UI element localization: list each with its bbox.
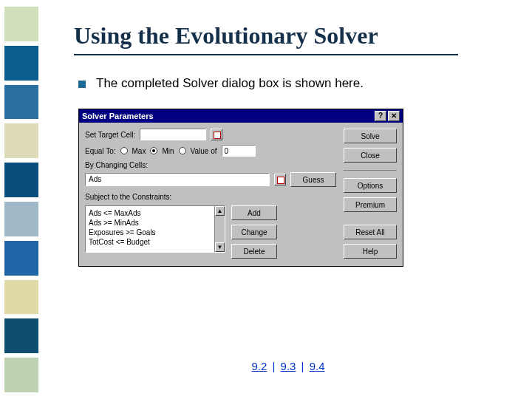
footer-link[interactable]: 9.4	[310, 360, 325, 372]
slide-content: Using the Evolutionary Solver The comple…	[74, 22, 502, 377]
bullet-item: The completed Solver dialog box is shown…	[74, 76, 502, 91]
help-button[interactable]: Help	[344, 244, 397, 259]
range-select-icon[interactable]	[211, 129, 222, 140]
dialog-title: Solver Parameters	[82, 112, 154, 120]
reset-all-button[interactable]: Reset All	[344, 225, 397, 239]
titlebar-close-button[interactable]: ✕	[388, 111, 400, 121]
solve-button[interactable]: Solve	[344, 129, 397, 143]
change-button[interactable]: Change	[231, 225, 277, 239]
radio-max[interactable]	[120, 147, 128, 154]
slide-title: Using the Evolutionary Solver	[74, 22, 458, 55]
constraint-item[interactable]: Ads >= MinAds	[89, 218, 222, 228]
footer-link[interactable]: 9.3	[281, 360, 296, 372]
delete-button[interactable]: Delete	[231, 244, 277, 259]
solver-dialog: Solver Parameters ? ✕ Set Target Cell: E…	[78, 109, 403, 267]
by-changing-label: By Changing Cells:	[85, 161, 336, 169]
radio-min[interactable]	[150, 147, 157, 154]
footer-nav: 9.2 | 9.3 | 9.4	[74, 360, 502, 372]
radio-max-label: Max	[132, 147, 146, 155]
range-select-icon[interactable]	[274, 174, 286, 185]
premium-button[interactable]: Premium	[344, 197, 397, 212]
target-cell-input[interactable]	[140, 129, 206, 140]
add-button[interactable]: Add	[231, 205, 277, 220]
constraint-item[interactable]: Exposures >= Goals	[89, 228, 222, 237]
titlebar-help-button[interactable]: ?	[375, 111, 386, 121]
close-button[interactable]: Close	[344, 148, 397, 163]
guess-button[interactable]: Guess	[290, 172, 336, 187]
bullet-text: The completed Solver dialog box is shown…	[96, 76, 364, 91]
radio-min-label: Min	[162, 147, 174, 155]
footer-separator: |	[270, 360, 277, 372]
constraint-item[interactable]: TotCost <= Budget	[89, 237, 222, 247]
scroll-down-icon[interactable]: ▼	[215, 242, 225, 252]
constraints-label: Subject to the Constraints:	[85, 193, 336, 201]
scroll-up-icon[interactable]: ▲	[215, 206, 225, 216]
scrollbar[interactable]: ▲ ▼	[214, 206, 225, 252]
options-button[interactable]: Options	[344, 178, 397, 193]
set-target-label: Set Target Cell:	[85, 131, 135, 139]
dialog-titlebar: Solver Parameters ? ✕	[79, 109, 403, 123]
radio-valueof[interactable]	[179, 147, 186, 154]
changing-cells-input[interactable]: Ads	[85, 173, 270, 186]
decorative-side-stripe	[0, 0, 43, 399]
footer-separator: |	[299, 360, 307, 372]
value-of-input[interactable]	[222, 145, 256, 157]
square-bullet-icon	[78, 81, 86, 88]
radio-valueof-label: Value of	[191, 147, 217, 155]
equal-to-label: Equal To:	[85, 147, 116, 155]
constraint-item[interactable]: Ads <= MaxAds	[89, 208, 222, 218]
footer-link[interactable]: 9.2	[251, 360, 267, 372]
separator	[344, 170, 397, 171]
constraints-listbox[interactable]: Ads <= MaxAds Ads >= MinAds Exposures >=…	[85, 205, 225, 253]
